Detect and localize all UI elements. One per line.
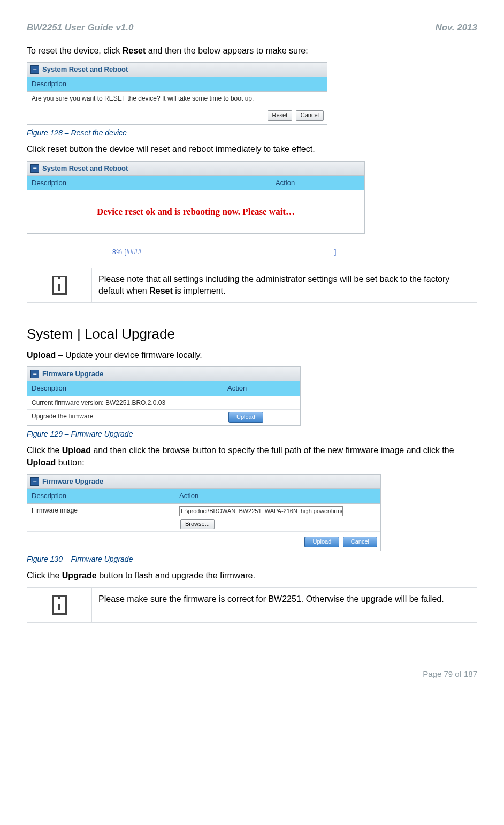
panel-titlebar: − System Reset and Reboot [27, 162, 364, 176]
info-icon-cell [27, 588, 92, 622]
panel-titlebar: − Firmware Upgrade [27, 475, 380, 489]
paragraph: Upload – Update your device firmware loc… [27, 349, 477, 361]
page-header: BW2251 User Guide v1.0 Nov. 2013 [27, 21, 477, 34]
info-text: Please make sure the firmware is correct… [92, 588, 477, 622]
paragraph: Click the Upgrade button to flash and up… [27, 570, 477, 582]
panel-row: Are you sure you want to RESET the devic… [27, 92, 327, 106]
panel-titlebar: − Firmware Upgrade [27, 367, 300, 381]
col-description: Description [27, 381, 223, 396]
separator [27, 666, 477, 666]
figure-caption: Figure 129 – Firmware Upgrade [27, 429, 477, 440]
col-action: Action [271, 176, 364, 190]
reset-button[interactable]: Reset [268, 110, 293, 120]
panel-row: Upgrade the firmware Upload [27, 410, 300, 425]
collapse-icon: − [30, 65, 39, 74]
screenshot-firmware-path: − Firmware Upgrade Description Action Fi… [27, 474, 381, 551]
panel-footer: Reset Cancel [27, 105, 327, 124]
collapse-icon: − [30, 164, 39, 173]
firmware-path-input[interactable]: E:\product\BROWAN_BW2251_WAPA-216N_high … [179, 506, 343, 516]
info-icon [52, 276, 67, 295]
info-note: Please note that all settings including … [27, 268, 477, 303]
col-action: Action [175, 489, 380, 503]
panel-titlebar: − System Reset and Reboot [27, 63, 327, 77]
doc-date: Nov. 2013 [436, 21, 477, 34]
paragraph: Click the Upload and then click the brow… [27, 445, 477, 469]
collapse-icon: − [30, 477, 39, 486]
cancel-button[interactable]: Cancel [343, 537, 377, 547]
firmware-image-label: Firmware image [27, 504, 175, 532]
panel-title: Firmware Upgrade [42, 369, 103, 379]
cancel-button[interactable]: Cancel [296, 110, 324, 120]
info-note: Please make sure the firmware is correct… [27, 587, 477, 623]
panel-title: System Reset and Reboot [42, 65, 128, 74]
doc-title: BW2251 User Guide v1.0 [27, 21, 133, 34]
panel-header-row: Description Action [27, 489, 380, 503]
firmware-version: Current firmware version: BW2251.BRO.2.0… [27, 396, 223, 410]
upgrade-label: Upgrade the firmware [27, 410, 223, 425]
screenshot-reset-confirm: − System Reset and Reboot Description Ar… [27, 62, 327, 125]
upload-button[interactable]: Upload [304, 537, 339, 547]
col-description: Description [27, 176, 271, 190]
col-description: Description [27, 489, 175, 503]
screenshot-rebooting: − System Reset and Reboot Description Ac… [27, 161, 365, 234]
panel-title: System Reset and Reboot [42, 164, 128, 173]
page-footer: Page 79 of 187 [27, 668, 477, 679]
col-description: Description [27, 77, 327, 91]
panel-header-row: Description [27, 77, 327, 91]
progress-indicator: 8% [####================================… [27, 237, 477, 262]
panel-header-row: Description Action [27, 381, 300, 396]
section-heading: System | Local Upgrade [27, 324, 477, 343]
info-icon [52, 595, 67, 615]
panel-row: Firmware image E:\product\BROWAN_BW2251_… [27, 504, 380, 532]
collapse-icon: − [30, 370, 39, 378]
upload-button[interactable]: Upload [228, 412, 263, 422]
figure-caption: Figure 128 – Reset the device [27, 128, 477, 139]
screenshot-firmware-upgrade: − Firmware Upgrade Description Action Cu… [27, 366, 301, 426]
panel-row: Current firmware version: BW2251.BRO.2.0… [27, 396, 300, 410]
reboot-message: Device reset ok and is rebooting now. Pl… [27, 190, 364, 233]
panel-title: Firmware Upgrade [42, 477, 103, 486]
browse-button[interactable]: Browse... [180, 519, 215, 529]
reset-question: Are you sure you want to RESET the devic… [27, 92, 327, 106]
paragraph: Click reset button the device will reset… [27, 143, 477, 155]
info-icon-cell [27, 268, 92, 303]
figure-caption: Figure 130 – Firmware Upgrade [27, 554, 477, 565]
panel-header-row: Description Action [27, 176, 364, 190]
info-text: Please note that all settings including … [92, 268, 477, 303]
paragraph: To reset the device, click Reset and the… [27, 45, 477, 57]
col-action: Action [223, 381, 300, 396]
panel-footer: Upload Cancel [27, 532, 380, 550]
